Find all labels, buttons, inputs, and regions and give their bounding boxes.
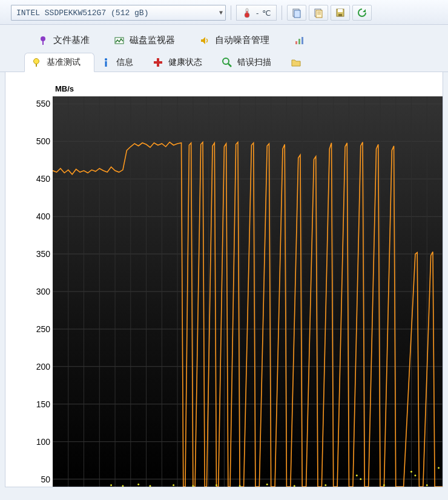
svg-rect-4 [294,10,300,18]
tab-label: 自动噪音管理 [215,35,269,46]
svg-point-70 [239,485,241,487]
y-tick-label: 50 [26,475,50,484]
refresh-button[interactable] [352,5,372,21]
copy-info-button[interactable] [309,5,328,21]
chart-icon [294,35,305,46]
save-icon [335,7,346,18]
svg-point-66 [150,485,151,487]
tab-label: 信息 [116,57,133,68]
chart-plot-area [53,96,443,487]
thermometer-icon [242,7,252,18]
info-icon [100,57,111,68]
svg-rect-15 [295,41,297,44]
chevron-down-icon: ▼ [219,10,223,16]
drive-select-label: INTEL SSDPEKKW512G7 (512 gB) [16,8,148,18]
copy-screenshot-button[interactable] [287,5,306,21]
svg-point-77 [410,471,412,473]
svg-point-12 [41,36,45,41]
tab-extra2[interactable] [285,53,308,72]
svg-point-18 [34,59,39,64]
temperature-unit: ℃ [262,8,271,18]
y-tick-label: 150 [26,399,50,409]
svg-point-74 [356,475,358,476]
tab-disk-monitor[interactable]: 磁盘监视器 [107,31,192,50]
svg-line-25 [228,64,231,67]
tab-label: 文件基准 [53,35,90,46]
folder-icon [291,57,301,68]
tab-extra[interactable] [286,31,311,50]
svg-rect-17 [301,37,303,44]
save-button[interactable] [331,5,350,21]
y-tick-label: 400 [26,212,50,221]
disk-monitor-icon [114,35,125,46]
y-tick-label: 550 [26,99,50,108]
svg-point-63 [110,484,112,486]
benchmark-icon [31,57,42,68]
tab-file-benchmark[interactable]: 文件基准 [30,31,107,50]
tab-label: 健康状态 [168,57,202,68]
top-toolbar: INTEL SSDPEKKW512G7 (512 gB) ▼ - ℃ [0,0,448,25]
refresh-icon [357,7,367,18]
svg-point-68 [192,485,194,487]
svg-rect-19 [36,64,37,67]
tab-info[interactable]: 信息 [94,53,147,72]
clipboard-image-icon [291,7,302,18]
magnifier-icon [222,57,232,68]
drive-select[interactable]: INTEL SSDPEKKW512G7 (512 gB) ▼ [11,5,226,21]
svg-point-67 [173,484,174,486]
svg-point-20 [105,58,107,61]
y-tick-label: 450 [26,174,50,184]
tab-errorscan[interactable]: 错误扫描 [216,53,285,72]
file-benchmark-icon [38,35,48,46]
svg-point-69 [216,484,217,486]
svg-point-76 [383,484,385,486]
tab-label: 磁盘监视器 [130,35,175,46]
separator [231,5,231,20]
svg-point-78 [414,475,416,476]
y-tick-label: 200 [26,362,50,372]
tab-label: 基准测试 [47,57,81,68]
tab-health[interactable]: 健康状态 [147,53,216,72]
clipboard-text-icon [313,7,324,18]
separator [282,5,282,20]
tab-label: 错误扫描 [237,57,271,68]
temperature-display: - ℃ [236,5,277,21]
main-tabs-lower: 基准测试 信息 健康状态 错误扫描 [0,53,448,72]
svg-rect-13 [42,41,44,45]
y-tick-label: 300 [26,287,50,296]
svg-rect-2 [246,11,248,15]
svg-point-73 [324,484,326,486]
y-axis-unit: MB/s [55,84,74,93]
svg-rect-21 [105,61,107,67]
svg-point-64 [122,485,124,487]
tab-noise-management[interactable]: 自动噪音管理 [192,31,286,50]
svg-point-24 [223,58,229,64]
svg-rect-10 [338,9,343,12]
svg-point-75 [360,478,361,480]
main-tabs-upper: 文件基准 磁盘监视器 自动噪音管理 [0,25,448,50]
svg-point-72 [294,485,295,487]
svg-rect-23 [154,61,162,64]
svg-point-80 [438,467,440,469]
svg-point-79 [426,484,428,486]
svg-point-65 [137,484,139,485]
y-tick-label: 250 [26,324,50,334]
svg-rect-11 [338,14,342,16]
speaker-icon [199,35,210,46]
y-tick-label: 350 [26,249,50,259]
tab-benchmark[interactable]: 基准测试 [24,53,94,72]
benchmark-panel: MB/s 50100150200250300350400450500550 [5,72,443,487]
svg-point-71 [266,484,268,485]
health-icon [153,57,163,68]
y-tick-label: 500 [26,136,50,146]
svg-rect-16 [298,39,300,44]
temperature-value: - [256,8,259,18]
y-tick-label: 100 [26,437,50,447]
